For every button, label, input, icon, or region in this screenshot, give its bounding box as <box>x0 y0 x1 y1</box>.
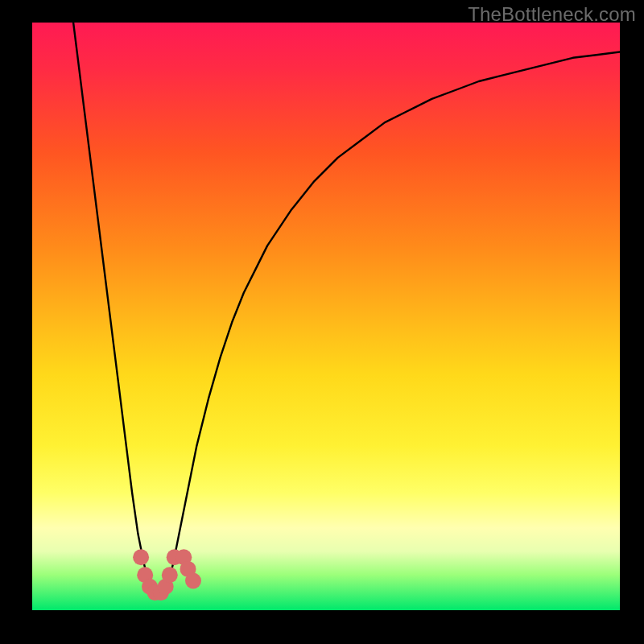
marker-dot <box>133 549 149 565</box>
highlight-markers <box>133 549 201 601</box>
curve-path <box>73 23 620 598</box>
chart-frame: TheBottleneck.com <box>0 0 644 644</box>
marker-dot <box>185 573 201 589</box>
watermark-text: TheBottleneck.com <box>468 3 636 26</box>
marker-dot <box>162 567 178 583</box>
bottleneck-curve <box>73 23 620 598</box>
chart-svg <box>32 23 620 610</box>
plot-area <box>32 23 620 610</box>
